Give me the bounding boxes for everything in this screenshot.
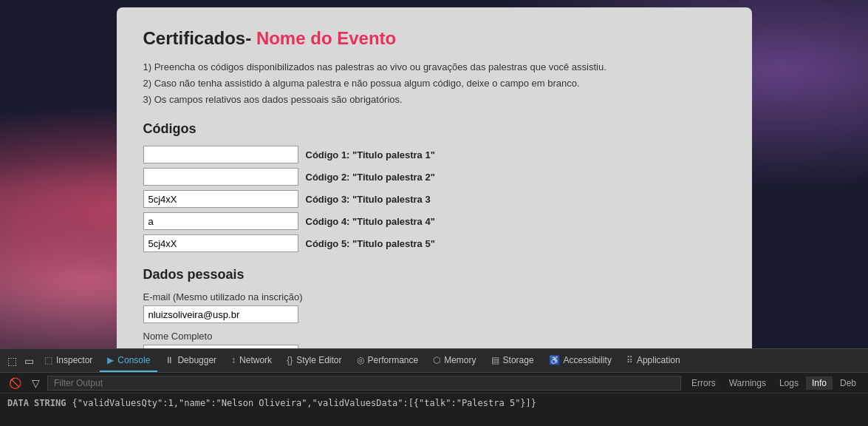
- tab-accessibility-label: Accessibility: [564, 355, 612, 365]
- tab-application-label: Application: [637, 355, 680, 365]
- tab-accessibility[interactable]: ♿ Accessibility: [541, 349, 619, 372]
- code-label-1: Código 1: "Titulo palestra 1": [306, 149, 435, 160]
- console-output: DATA STRING {"validValuesQty":1,"name":"…: [0, 393, 868, 426]
- errors-btn[interactable]: Errors: [686, 376, 722, 390]
- certificate-card: Certificados- Nome do Evento 1) Preencha…: [117, 7, 752, 348]
- tab-memory-label: Memory: [444, 355, 476, 365]
- tab-style-editor-label: Style Editor: [296, 355, 341, 365]
- console-label: DATA STRING: [7, 398, 66, 408]
- page-title: Certificados- Nome do Evento: [143, 28, 725, 49]
- tab-inspector[interactable]: ⬚ Inspector: [37, 349, 100, 372]
- name-input[interactable]: [143, 345, 298, 348]
- devtools-panel: ⬚ ▭ ⬚ Inspector ▶ Console ⏸ Debugger ↕ N…: [0, 348, 868, 426]
- style-editor-icon: {}: [287, 355, 293, 365]
- title-static: Certificados-: [143, 28, 252, 48]
- tab-performance-label: Performance: [368, 355, 419, 365]
- tab-memory[interactable]: ⬡ Memory: [426, 349, 483, 372]
- clear-console-icon[interactable]: 🚫: [6, 376, 24, 390]
- log-level-buttons: Errors Warnings Logs Info Deb: [686, 376, 862, 390]
- code-row-3: Código 3: "Titulo palestra 3: [143, 190, 725, 208]
- code-input-1[interactable]: [143, 146, 298, 163]
- codes-section: Códigos Código 1: "Titulo palestra 1" Có…: [143, 121, 725, 252]
- logs-btn[interactable]: Logs: [773, 376, 804, 390]
- tab-storage-label: Storage: [503, 355, 534, 365]
- personal-section: Dados pessoais E-mail (Mesmo utilizado n…: [143, 267, 725, 348]
- filter-icon[interactable]: ▽: [29, 376, 43, 390]
- code-label-2: Código 2: "Titulo palestra 2": [306, 172, 435, 183]
- instruction-2: 2) Caso não tenha assistido à alguma pal…: [143, 75, 725, 92]
- code-row-4: Código 4: "Titulo palestra 4": [143, 212, 725, 230]
- code-input-5[interactable]: [143, 234, 298, 252]
- codes-section-title: Códigos: [143, 121, 725, 137]
- warnings-btn[interactable]: Warnings: [723, 376, 772, 390]
- memory-icon: ⬡: [433, 355, 440, 365]
- tab-performance[interactable]: ◎ Performance: [349, 349, 426, 372]
- instructions-block: 1) Preencha os códigos disponibilizados …: [143, 59, 725, 108]
- code-label-5: Código 5: "Titulo palestra 5": [306, 238, 435, 249]
- tab-console[interactable]: ▶ Console: [100, 349, 157, 372]
- devtools-responsive-icon[interactable]: ▭: [21, 354, 37, 368]
- tab-console-label: Console: [117, 355, 150, 365]
- accessibility-icon: ♿: [549, 355, 560, 365]
- code-input-3[interactable]: [143, 190, 298, 208]
- tab-network-label: Network: [239, 355, 272, 365]
- console-line-1: DATA STRING {"validValuesQty":1,"name":"…: [7, 396, 861, 410]
- tab-application[interactable]: ⠿ Application: [619, 349, 688, 372]
- tab-network[interactable]: ↕ Network: [224, 349, 279, 372]
- code-input-4[interactable]: [143, 212, 298, 230]
- console-value: {"validValuesQty":1,"name":"Nelson Olive…: [72, 398, 536, 408]
- devtools-left-icons: ⬚ ▭: [4, 354, 37, 368]
- console-toolbar: 🚫 ▽ Errors Warnings Logs Info Deb: [0, 373, 868, 393]
- code-label-4: Código 4: "Titulo palestra 4": [306, 216, 435, 227]
- code-row-1: Código 1: "Titulo palestra 1": [143, 146, 725, 163]
- tab-style-editor[interactable]: {} Style Editor: [279, 349, 349, 372]
- storage-icon: ▤: [491, 355, 499, 365]
- email-input[interactable]: [143, 305, 298, 323]
- code-label-3: Código 3: "Titulo palestra 3: [306, 194, 431, 205]
- tab-inspector-label: Inspector: [56, 355, 92, 365]
- network-icon: ↕: [231, 355, 236, 365]
- tab-storage[interactable]: ▤ Storage: [484, 349, 541, 372]
- tab-debugger[interactable]: ⏸ Debugger: [157, 349, 224, 372]
- code-row-5: Código 5: "Titulo palestra 5": [143, 234, 725, 252]
- console-icon: ▶: [107, 355, 114, 365]
- tab-debugger-label: Debugger: [177, 355, 216, 365]
- application-icon: ⠿: [626, 355, 633, 365]
- instruction-1: 1) Preencha os códigos disponibilizados …: [143, 59, 725, 75]
- info-btn[interactable]: Info: [806, 376, 833, 390]
- title-event: Nome do Evento: [256, 28, 396, 48]
- performance-icon: ◎: [357, 355, 364, 365]
- devtools-inspect-icon[interactable]: ⬚: [4, 354, 20, 368]
- instruction-3: 3) Os campos relativos aos dados pessoai…: [143, 92, 725, 108]
- page-background: Certificados- Nome do Evento 1) Preencha…: [0, 0, 868, 348]
- code-row-2: Código 2: "Titulo palestra 2": [143, 168, 725, 186]
- debugger-icon: ⏸: [165, 355, 174, 365]
- inspector-icon: ⬚: [44, 355, 52, 365]
- name-label: Nome Completo: [143, 331, 725, 342]
- devtools-tabs-bar: ⬚ ▭ ⬚ Inspector ▶ Console ⏸ Debugger ↕ N…: [0, 349, 868, 373]
- personal-section-title: Dados pessoais: [143, 267, 725, 283]
- deb-btn[interactable]: Deb: [834, 376, 862, 390]
- email-label: E-mail (Mesmo utilizado na inscrição): [143, 291, 725, 302]
- filter-input[interactable]: [47, 376, 681, 390]
- code-input-2[interactable]: [143, 168, 298, 186]
